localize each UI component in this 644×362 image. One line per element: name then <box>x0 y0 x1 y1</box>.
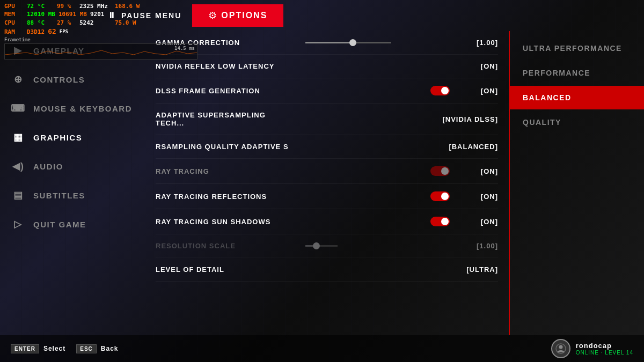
setting-row-ray-tracing[interactable]: RAY TRACING[ON] <box>156 159 498 184</box>
frametime-label: Frametime <box>4 36 31 43</box>
nav-label-controls: CONTROLS <box>33 75 85 84</box>
setting-name-dlss-gen: DLSS FRAME GENERATION <box>156 87 288 95</box>
toggle-dlss-gen[interactable] <box>430 86 450 95</box>
setting-row-rt-shadows[interactable]: RAY TRACING SUN SHADOWS[ON] <box>156 209 498 234</box>
setting-name-rt-reflections: RAY TRACING REFLECTIONS <box>156 193 288 201</box>
enter-badge: ENTER <box>11 344 39 353</box>
user-details: rondocap ONLINE · LEVEL 14 <box>576 342 633 356</box>
setting-row-lod[interactable]: LEVEL OF DETAIL[ULTRA] <box>156 258 498 282</box>
cpu-usage: 27 % <box>57 19 76 27</box>
user-info: rondocap ONLINE · LEVEL 14 <box>551 339 633 358</box>
setting-value-ray-tracing: [ON] <box>455 167 498 175</box>
nav-icon-quit: ▷ <box>11 217 26 232</box>
setting-name-adaptive: ADAPTIVE SUPERSAMPLING TECH... <box>156 111 294 127</box>
nav-item-mouse-keyboard[interactable]: ⌨MOUSE & KEYBOARD <box>0 94 145 122</box>
dlss-option-performance[interactable]: PERFORMANCE <box>510 61 644 85</box>
menu-overlay: GPU 72 °C 99 % 2325 MHz 168.6 W MEM 1201… <box>0 0 644 362</box>
setting-value-dlss-gen: [ON] <box>455 87 498 95</box>
nav-item-controls[interactable]: ⊕CONTROLS <box>0 65 145 93</box>
setting-value-gamma: [1.00] <box>455 39 498 47</box>
gpu-temp: 72 °C <box>27 2 54 10</box>
avatar-icon <box>555 343 566 354</box>
nav-label-quit: QUIT GAME <box>33 220 86 229</box>
dlss-option-quality[interactable]: QUALITY <box>510 110 644 134</box>
nav-label-subtitles: SUBTITLES <box>33 191 85 200</box>
dlss-options-panel: ULTRA PERFORMANCEPERFORMANCEBALANCEDQUAL… <box>510 31 644 335</box>
toggle-rt-reflections[interactable] <box>430 191 450 201</box>
gpu-freq: 2325 MHz <box>79 2 112 10</box>
gpu-power: 168.6 W <box>115 2 140 10</box>
left-nav: ▶GAMEPLAY⊕CONTROLS⌨MOUSE & KEYBOARD▦GRAP… <box>0 31 145 335</box>
esc-badge: ESC <box>76 344 97 353</box>
slider-gamma[interactable] <box>305 42 450 43</box>
nav-item-graphics[interactable]: ▦GRAPHICS <box>0 123 145 151</box>
bottom-bar: ENTER Select ESC Back rondocap ONLINE · … <box>0 335 644 362</box>
mem-val1: 12010 MB <box>27 10 55 18</box>
setting-row-sampling-quality[interactable]: RSAMPLING QUALITY ADAPTIVE S[BALANCED] <box>156 135 498 159</box>
user-name: rondocap <box>576 342 633 350</box>
nav-item-audio[interactable]: ◀)AUDIO <box>0 152 145 180</box>
nav-icon-graphics: ▦ <box>11 130 26 145</box>
toggle-rt-shadows[interactable] <box>430 217 450 226</box>
nav-label-audio: AUDIO <box>33 162 63 171</box>
esc-key-hint: ESC Back <box>76 344 118 353</box>
setting-value-sampling-quality: [BALANCED] <box>449 143 498 151</box>
settings-panel: GAMMA CORRECTION[1.00]NVIDIA REFLEX LOW … <box>145 31 510 335</box>
options-tab-label: OPTIONS <box>221 11 267 20</box>
setting-value-reflex: [ON] <box>455 62 498 70</box>
setting-name-reflex: NVIDIA REFLEX LOW LATENCY <box>156 62 300 70</box>
user-status: ONLINE · LEVEL 14 <box>576 350 633 356</box>
setting-name-res-scale: RESOLUTION SCALE <box>156 242 300 250</box>
fps-val: 62 <box>48 27 56 36</box>
gpu-usage: 99 % <box>57 2 76 10</box>
setting-name-sampling-quality: RSAMPLING QUALITY ADAPTIVE S <box>156 143 297 151</box>
cpu-temp: 88 °C <box>27 19 54 27</box>
setting-row-adaptive[interactable]: ADAPTIVE SUPERSAMPLING TECH...[NVIDIA DL… <box>156 104 498 135</box>
nav-icon-subtitles: ▤ <box>11 188 26 203</box>
graph-svg <box>5 43 197 59</box>
slider-res-scale[interactable] <box>305 245 450 247</box>
setting-name-rt-shadows: RAY TRACING SUN SHADOWS <box>156 218 288 226</box>
setting-value-adaptive: [NVIDIA DLSS] <box>442 115 498 123</box>
bottom-controls: ENTER Select ESC Back <box>11 344 119 353</box>
select-label: Select <box>43 345 65 352</box>
toggle-ray-tracing[interactable] <box>430 166 450 176</box>
nav-label-graphics: GRAPHICS <box>33 133 82 142</box>
gear-icon: ⚙ <box>208 10 217 21</box>
setting-row-rt-reflections[interactable]: RAY TRACING REFLECTIONS[ON] <box>156 184 498 209</box>
setting-row-res-scale[interactable]: RESOLUTION SCALE[1.00] <box>156 234 498 258</box>
nav-item-subtitles[interactable]: ▤SUBTITLES <box>0 181 145 209</box>
svg-point-1 <box>559 345 562 349</box>
content-area: ▶GAMEPLAY⊕CONTROLS⌨MOUSE & KEYBOARD▦GRAP… <box>0 31 644 335</box>
cpu-label: CPU <box>4 19 24 27</box>
cpu-freq: 5242 <box>79 19 112 27</box>
setting-row-dlss-gen[interactable]: DLSS FRAME GENERATION[ON] <box>156 78 498 104</box>
fps-label: FPS <box>60 28 68 35</box>
nav-label-mouse-keyboard: MOUSE & KEYBOARD <box>33 104 132 113</box>
nav-item-quit[interactable]: ▷QUIT GAME <box>0 210 145 238</box>
dlss-option-balanced[interactable]: BALANCED <box>510 86 644 109</box>
hud-overlay: GPU 72 °C 99 % 2325 MHz 168.6 W MEM 1201… <box>0 0 202 62</box>
mem-val2: 10691 MB <box>58 10 87 18</box>
setting-row-reflex[interactable]: NVIDIA REFLEX LOW LATENCY[ON] <box>156 55 498 78</box>
setting-value-lod: [ULTRA] <box>455 265 498 274</box>
gpu-label: GPU <box>4 2 24 10</box>
setting-value-res-scale: [1.00] <box>455 242 498 250</box>
mem-freq: 9201 <box>90 10 122 18</box>
d3-label: D3D12 <box>27 28 45 36</box>
mem-label: MEM <box>4 10 24 18</box>
nav-icon-audio: ◀) <box>11 159 26 174</box>
options-tab[interactable]: ⚙ OPTIONS <box>192 4 283 27</box>
enter-key-hint: ENTER Select <box>11 344 65 353</box>
nav-icon-controls: ⊕ <box>11 72 26 87</box>
setting-value-rt-reflections: [ON] <box>455 193 498 201</box>
frametime-graph: 14.5 ms <box>4 43 197 60</box>
back-label: Back <box>101 345 119 352</box>
ram-label: RAM <box>4 28 24 36</box>
setting-value-rt-shadows: [ON] <box>455 218 498 226</box>
dlss-option-ultra-performance[interactable]: ULTRA PERFORMANCE <box>510 36 644 60</box>
setting-name-ray-tracing: RAY TRACING <box>156 167 288 175</box>
setting-row-gamma[interactable]: GAMMA CORRECTION[1.00] <box>156 31 498 55</box>
cpu-power: 75.0 W <box>115 19 136 27</box>
setting-name-lod: LEVEL OF DETAIL <box>156 265 300 274</box>
